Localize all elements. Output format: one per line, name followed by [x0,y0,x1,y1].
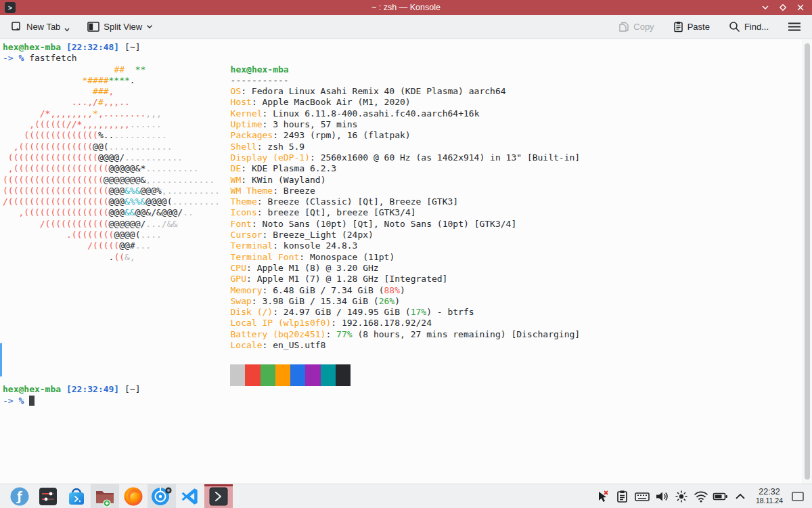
palette-swatch [230,364,245,386]
system-tray: 22:32 18.11.24 [595,488,812,505]
pointer-disabled-tray[interactable] [595,488,611,505]
palette-swatch [245,364,260,386]
minimize-button[interactable] [761,3,770,12]
palette-swatch [275,364,290,386]
terminal-area[interactable]: hex@hex-mba [22:32:48] [~] -> % fastfetc… [0,39,812,484]
clock-widget[interactable]: 22:32 18.11.24 [756,488,783,505]
clipboard-icon [616,490,629,503]
fedora-icon: ƒ [9,486,30,507]
new-tab-icon [11,21,22,33]
chevron-down-icon [146,24,153,29]
clipboard-tray[interactable] [614,488,631,505]
palette-swatch [290,364,305,386]
split-view-label: Split View [104,22,142,32]
find-label: Find... [744,22,769,32]
wifi-icon [694,490,708,503]
speaker-icon [655,490,669,503]
new-tab-label: New Tab [26,22,60,32]
settings-sliders-icon [39,487,58,506]
desktop-screen: > ~ : zsh — Konsole New Tab [0,0,812,508]
paste-label: Paste [687,22,710,32]
firefox-button[interactable] [119,484,148,508]
discover-button[interactable] [62,484,91,508]
close-button[interactable] [796,3,805,12]
chevron-down-icon [64,28,70,32]
show-desktop-button[interactable] [790,488,805,505]
clock-time: 22:32 [756,488,783,497]
battery-icon [713,490,729,503]
brightness-tray[interactable] [673,488,690,505]
sun-icon [675,490,688,503]
scrollbar[interactable] [803,39,812,484]
svg-text:ƒ: ƒ [16,490,22,503]
output-marker [0,343,2,377]
clock-date: 18.11.24 [756,497,783,505]
firefox-icon [123,486,143,507]
volume-tray[interactable] [654,488,670,505]
wifi-tray[interactable] [693,488,709,505]
close-icon [796,3,805,12]
copy-button: Copy [614,18,658,35]
palette-swatch [305,364,320,386]
konsole-window-icon: > [5,2,16,13]
keyboard-tray[interactable] [634,488,650,505]
battery-tray[interactable] [713,488,729,505]
dolphin-button[interactable] [91,484,119,508]
chevron-up-icon [735,492,746,501]
palette-swatch [336,364,351,386]
paste-icon [673,21,683,33]
terminal-output[interactable]: hex@hex-mba [22:32:48] [~] -> % fastfetc… [0,39,812,484]
find-button[interactable]: Find... [725,18,773,35]
hamburger-icon [788,22,801,32]
color-palette [230,364,351,386]
terminal-icon [209,487,228,506]
vscode-button[interactable] [176,484,204,508]
konsole-button[interactable] [204,484,233,508]
copy-label: Copy [633,22,654,32]
taskbar: ƒ [0,484,812,508]
menu-button[interactable] [784,19,805,35]
keyboard-icon [635,490,650,503]
task-manager: ƒ [0,484,233,508]
split-view-icon [87,22,99,32]
system-settings-button[interactable] [34,484,62,508]
konsole-toolbar: New Tab Split View Copy [0,15,812,39]
expand-tray-button[interactable] [732,488,748,505]
new-tab-button[interactable]: New Tab [7,18,74,35]
web-browser-icon [151,486,173,507]
vscode-icon [181,487,200,506]
window-title: ~ : zsh — Konsole [0,3,812,12]
fedora-launcher-button[interactable]: ƒ [5,484,34,508]
discover-bag-icon [67,487,86,506]
window-controls [761,0,805,15]
palette-swatch [321,364,336,386]
folder-icon [95,486,115,507]
pointer-x-icon [596,490,610,503]
copy-icon [618,21,629,33]
gnome-web-button[interactable] [148,484,176,508]
desktop-peek-icon [792,492,804,501]
paste-button[interactable]: Paste [669,18,714,35]
window-titlebar[interactable]: > ~ : zsh — Konsole [0,0,812,15]
split-view-button[interactable]: Split View [83,19,157,35]
scrollbar-thumb[interactable] [805,43,810,480]
diamond-icon [779,3,787,12]
search-icon [729,21,740,33]
palette-swatch [261,364,275,386]
chevron-down-icon [761,3,769,12]
maximize-button[interactable] [778,3,788,12]
